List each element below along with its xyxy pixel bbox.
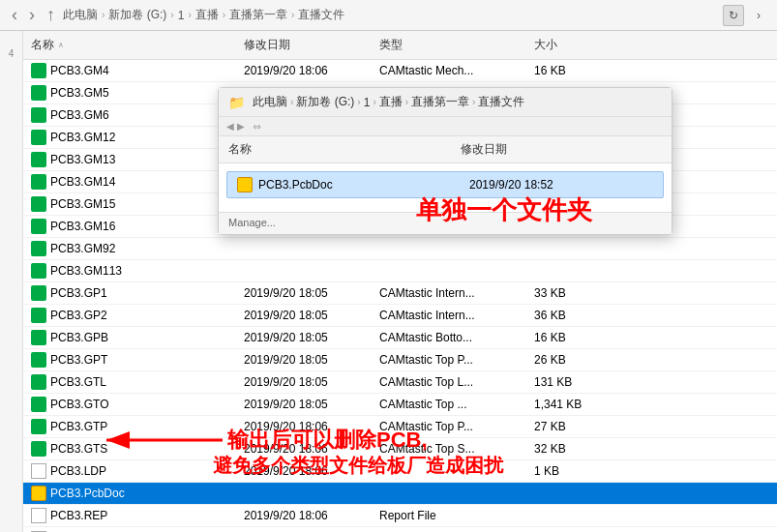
table-row[interactable]: PCB3.GTL 2019/9/20 18:05 CAMtastic Top L… xyxy=(23,371,777,394)
sep-1: › xyxy=(102,10,105,20)
file-name-cell: PCB3.GP1 xyxy=(23,282,236,304)
breadcrumb-part-5[interactable]: 直播第一章 xyxy=(229,7,287,23)
refresh-button[interactable]: ↻ xyxy=(723,5,744,26)
file-name-cell: PCB3.GM14 xyxy=(23,171,236,192)
file-type-cell: RUL 文件 xyxy=(372,527,526,532)
file-size-cell: 33 KB xyxy=(526,282,604,304)
col-name-header[interactable]: 名称 ∧ xyxy=(23,35,236,55)
file-type-cell xyxy=(372,260,526,281)
col-size-header[interactable]: 大小 xyxy=(526,35,604,55)
file-name-text: PCB3.GM4 xyxy=(50,64,109,77)
file-name-text: PCB3.GM113 xyxy=(50,264,122,278)
table-row[interactable]: PCB3.REP 2019/9/20 18:06 Report File xyxy=(23,505,777,527)
sidebar: 4 xyxy=(0,31,23,532)
overlay-bc-6: 直播文件 xyxy=(478,94,524,110)
file-size-cell: 27 KB xyxy=(526,416,604,437)
green-icon xyxy=(31,397,46,412)
green-icon xyxy=(31,241,46,256)
col-modified-header[interactable]: 修改日期 xyxy=(236,35,372,55)
table-row[interactable]: PCB3.GTO 2019/9/20 18:05 CAMtastic Top .… xyxy=(23,394,777,416)
green-icon xyxy=(31,219,46,234)
overlay-sep-2: › xyxy=(357,97,360,107)
file-type-cell: CAMtastic Top P... xyxy=(372,349,526,370)
file-name-text: PCB3.GM6 xyxy=(50,108,109,122)
overlay-expand-icon: ⇕ xyxy=(251,123,261,131)
table-row[interactable]: PCB3.GPT 2019/9/20 18:05 CAMtastic Top P… xyxy=(23,349,777,371)
annotation-label-avoid: 避免多个类型文件给板厂造成困扰 xyxy=(213,453,503,479)
file-size-cell: 26 KB xyxy=(526,349,604,370)
sep-3: › xyxy=(188,10,191,20)
main-window: ‹ › ↑ 此电脑 › 新加卷 (G:) › 1 › 直播 › 直播第一章 › … xyxy=(0,0,777,532)
file-size-cell: 36 KB xyxy=(526,305,604,326)
overlay-col-header: 名称 修改日期 xyxy=(219,136,672,163)
nav-arrow-button[interactable]: › xyxy=(748,5,769,26)
sep-4: › xyxy=(223,10,225,20)
file-name-cell: PCB3.GM5 xyxy=(23,82,236,103)
overlay-sep-4: › xyxy=(405,97,408,107)
file-name-text: PCB3.LDP xyxy=(50,464,106,478)
green-icon xyxy=(31,263,46,279)
back-button[interactable]: ‹ xyxy=(8,5,21,25)
file-name-cell: PCB3.GM113 xyxy=(23,260,236,281)
green-icon xyxy=(31,85,46,101)
table-row[interactable]: PCB3.GM92 xyxy=(23,238,777,260)
file-size-cell xyxy=(526,505,604,526)
green-icon xyxy=(31,107,46,123)
file-modified-cell xyxy=(236,483,372,504)
sidebar-num: 4 xyxy=(9,48,15,59)
file-name-text: PCB3.GP1 xyxy=(50,286,107,300)
breadcrumb-part-2[interactable]: 新加卷 (G:) xyxy=(108,7,166,23)
file-name-text: PCB3.GTS xyxy=(50,442,107,456)
green-icon xyxy=(31,63,46,78)
file-size-cell: 1 KB xyxy=(526,527,604,532)
breadcrumb-part-6[interactable]: 直播文件 xyxy=(298,7,344,23)
green-icon xyxy=(31,196,46,212)
file-modified-cell: 2019/9/20 18:06 xyxy=(236,527,372,532)
file-modified-cell: 2019/9/20 18:05 xyxy=(236,305,372,326)
file-type-cell xyxy=(372,238,526,259)
file-name-text: PCB3.GTL xyxy=(50,375,106,389)
table-row[interactable]: PCB3.GPB 2019/9/20 18:05 CAMtastic Botto… xyxy=(23,327,777,349)
overlay-sep-1: › xyxy=(290,97,293,107)
file-name-text: PCB3.GM12 xyxy=(50,131,115,144)
file-name-cell: PCB3.GM4 xyxy=(23,60,236,81)
table-row[interactable]: PCB3.RUL 2019/9/20 18:06 RUL 文件 1 KB xyxy=(23,527,777,532)
table-row[interactable]: PCB3.GP1 2019/9/20 18:05 CAMtastic Inter… xyxy=(23,282,777,305)
table-row[interactable]: PCB3.PcbDoc xyxy=(23,483,777,505)
green-icon xyxy=(31,308,46,323)
file-type-cell: CAMtastic Mech... xyxy=(372,60,526,81)
sep-5: › xyxy=(291,10,294,20)
file-name-cell: PCB3.GPT xyxy=(23,349,236,370)
breadcrumb-part-3[interactable]: 1 xyxy=(178,9,185,22)
file-name-cell: PCB3.PcbDoc xyxy=(23,483,236,504)
table-row[interactable]: PCB3.GM113 xyxy=(23,260,777,282)
file-modified-cell xyxy=(236,238,372,259)
file-size-cell: 16 KB xyxy=(526,60,604,81)
file-size-cell xyxy=(526,238,604,259)
file-name-text: PCB3.GM92 xyxy=(50,242,115,255)
file-name-cell: PCB3.GM15 xyxy=(23,193,236,215)
overlay-nav-arrows: ◀ ▶ xyxy=(226,121,245,132)
table-row[interactable]: PCB3.GM4 2019/9/20 18:06 CAMtastic Mech.… xyxy=(23,60,777,82)
file-size-cell: 32 KB xyxy=(526,438,604,459)
overlay-bc-4: 直播 xyxy=(379,94,403,110)
table-row[interactable]: PCB3.GP2 2019/9/20 18:05 CAMtastic Inter… xyxy=(23,305,777,327)
file-name-cell: PCB3.LDP xyxy=(23,460,236,482)
file-name-cell: PCB3.GM6 xyxy=(23,104,236,126)
overlay-bc-3: 1 xyxy=(364,96,371,109)
breadcrumb-part-1[interactable]: 此电脑 xyxy=(63,7,98,23)
file-name-cell: PCB3.GP2 xyxy=(23,305,236,326)
file-size-cell: 131 KB xyxy=(526,371,604,393)
file-type-cell xyxy=(372,483,526,504)
forward-button[interactable]: › xyxy=(25,5,39,25)
file-type-cell: CAMtastic Top ... xyxy=(372,394,526,415)
file-size-cell: 16 KB xyxy=(526,327,604,348)
up-button[interactable]: ↑ xyxy=(43,5,59,25)
col-type-header[interactable]: 类型 xyxy=(372,35,526,55)
file-modified-cell: 2019/9/20 18:05 xyxy=(236,327,372,348)
file-size-cell xyxy=(526,260,604,281)
file-modified-cell xyxy=(236,260,372,281)
file-name-cell: PCB3.GTO xyxy=(23,394,236,415)
file-name-text: PCB3.GTO xyxy=(50,398,108,411)
breadcrumb-part-4[interactable]: 直播 xyxy=(195,7,219,23)
